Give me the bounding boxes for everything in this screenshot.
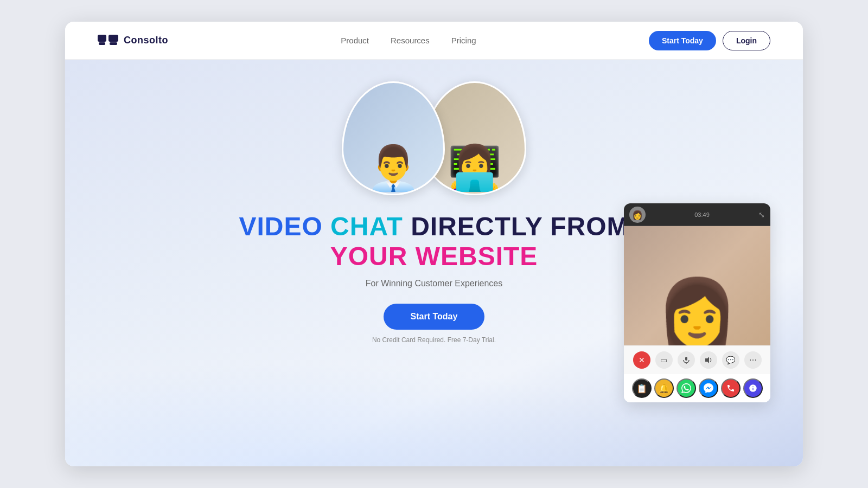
logo-icon — [98, 35, 118, 47]
whatsapp-icon-button[interactable] — [676, 378, 696, 398]
headline-chat: CHAT — [330, 212, 411, 241]
avatar-emoji: 👩 — [632, 209, 643, 220]
phone-icon-button[interactable] — [721, 378, 741, 398]
end-call-button[interactable]: ✕ — [633, 351, 650, 369]
svg-rect-4 — [685, 357, 687, 361]
headline-video: VIDEO — [239, 212, 330, 241]
disclaimer: No Credit Card Required. Free 7-Day Tria… — [239, 336, 629, 344]
nav-link-pricing[interactable]: Pricing — [451, 36, 476, 45]
svg-marker-6 — [705, 357, 709, 363]
subheadline: For Winning Customer Experiences — [239, 279, 629, 288]
browser-window: Consolto Product Resources Pricing Start… — [65, 22, 803, 466]
headline: VIDEO CHAT DIRECTLY FROM YOUR WEBSITE — [239, 211, 629, 271]
svg-rect-1 — [99, 42, 105, 45]
microphone-button[interactable] — [678, 351, 695, 369]
logo: Consolto — [98, 35, 168, 47]
nav-link-resources[interactable]: Resources — [391, 36, 430, 45]
headline-line1: VIDEO CHAT DIRECTLY FROM — [239, 211, 629, 241]
whatsapp-icon — [681, 383, 691, 393]
chat-button[interactable]: 💬 — [722, 351, 739, 369]
screen-share-button[interactable]: ▭ — [655, 351, 673, 369]
speaker-icon — [705, 356, 712, 364]
nav-start-today-button[interactable]: Start Today — [649, 31, 716, 50]
video-header: 👩 03:49 ⤡ — [624, 203, 770, 226]
info-icon-button[interactable] — [743, 378, 763, 398]
svg-rect-2 — [108, 35, 118, 42]
nav-item-pricing[interactable]: Pricing — [451, 36, 476, 46]
messenger-icon-button[interactable] — [699, 378, 718, 398]
logo-svg — [98, 35, 118, 47]
video-avatar: 👩 — [629, 207, 646, 223]
video-timer: 03:49 — [694, 211, 710, 218]
expand-icon[interactable]: ⤡ — [758, 210, 765, 219]
speaker-button[interactable] — [700, 351, 717, 369]
video-widget: 👩 03:49 ⤡ ✕ ▭ — [624, 203, 770, 402]
more-button[interactable]: ⋯ — [744, 351, 762, 369]
messenger-icon — [704, 383, 713, 393]
social-icons-row: 📋 🔔 — [624, 374, 770, 402]
mic-icon — [682, 356, 690, 364]
nav-item-product[interactable]: Product — [341, 36, 369, 46]
nav-item-resources[interactable]: Resources — [391, 36, 430, 46]
clipboard-icon-button[interactable]: 📋 — [632, 378, 652, 398]
nav-link-product[interactable]: Product — [341, 36, 369, 45]
hero-images — [331, 81, 537, 195]
svg-rect-3 — [110, 42, 117, 45]
brand-name: Consolto — [124, 35, 168, 46]
nav-links: Product Resources Pricing — [341, 36, 476, 46]
headline-line2: YOUR WEBSITE — [239, 241, 629, 271]
phone-icon — [726, 384, 735, 393]
nav-login-button[interactable]: Login — [723, 31, 770, 50]
headline-directly: DIRECTLY FROM — [411, 212, 629, 241]
video-controls: ✕ ▭ 💬 ⋯ — [624, 345, 770, 374]
info-icon — [749, 384, 757, 393]
hero-start-today-button[interactable]: Start Today — [384, 304, 485, 330]
hero-section: VIDEO CHAT DIRECTLY FROM YOUR WEBSITE Fo… — [65, 60, 803, 466]
video-main — [624, 226, 770, 345]
svg-rect-0 — [98, 35, 106, 42]
navbar: Consolto Product Resources Pricing Start… — [65, 22, 803, 60]
notification-icon-button[interactable]: 🔔 — [654, 378, 674, 398]
person1-image — [342, 81, 445, 195]
hero-text: VIDEO CHAT DIRECTLY FROM YOUR WEBSITE Fo… — [239, 211, 629, 344]
nav-actions: Start Today Login — [649, 31, 770, 50]
